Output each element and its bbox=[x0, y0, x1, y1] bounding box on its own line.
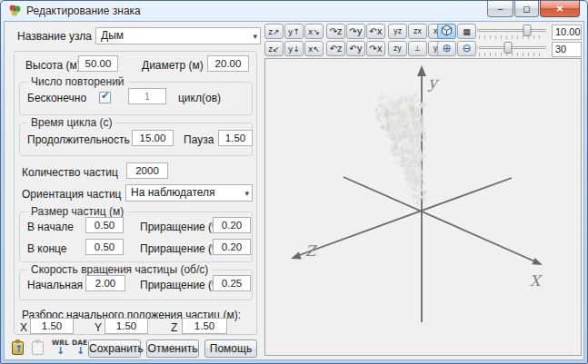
maximize-button[interactable]: ◻ bbox=[514, 1, 539, 17]
spread-y-label: Y bbox=[95, 321, 102, 334]
show-cube-button[interactable] bbox=[437, 24, 456, 39]
slider-ticks bbox=[479, 35, 544, 39]
infinite-label: Бесконечно bbox=[27, 92, 86, 104]
minimize-button[interactable]: – bbox=[487, 1, 513, 17]
size-start-label: В начале bbox=[27, 221, 74, 233]
pause-label: Пауза bbox=[184, 133, 214, 146]
node-name-combobox[interactable]: Дым ▾ bbox=[95, 27, 261, 44]
orientation-label: Ориентация частиц bbox=[22, 188, 121, 201]
translate-y-neg-button[interactable]: y↓ bbox=[284, 41, 304, 56]
rotate-z-ccw-button[interactable]: ↶z bbox=[326, 41, 345, 56]
translate-x-pos-button[interactable]: x↘ bbox=[304, 24, 324, 39]
zoom-out-icon: ⊖ bbox=[462, 42, 471, 54]
cancel-button[interactable]: Отменить bbox=[146, 339, 199, 358]
spread-z-input[interactable] bbox=[182, 318, 227, 334]
dialog-client-area: Название узла Дым ▾ Высота (м) Диаметр (… bbox=[4, 21, 584, 360]
zoom-out-button[interactable]: ⊖ bbox=[457, 41, 476, 56]
translate-z-pos-button[interactable]: z↗ bbox=[264, 24, 284, 39]
node-name-value: Дым bbox=[101, 29, 124, 42]
view-axonometric-button[interactable]: ⊥ bbox=[408, 41, 427, 56]
spread-y-input[interactable] bbox=[105, 318, 148, 334]
cycle-time-group-label: Время цикла (с) bbox=[27, 116, 115, 129]
save-button[interactable]: Сохранить bbox=[88, 339, 141, 358]
slider-value-field[interactable]: 10.00 bbox=[552, 25, 582, 40]
diameter-label: Диаметр (м) bbox=[142, 59, 204, 72]
view-zy-button[interactable]: zy bbox=[388, 41, 407, 56]
rotation-initial-label: Начальная bbox=[27, 279, 83, 291]
translate-y-pos-button[interactable]: y↑ bbox=[284, 24, 304, 39]
toolbar-slider[interactable] bbox=[477, 42, 546, 56]
slider-value-field[interactable]: 30 bbox=[552, 42, 582, 57]
size-start-increment-input[interactable] bbox=[213, 217, 251, 233]
display-buttons-group: ▦ ⊕ ⊖ bbox=[437, 24, 477, 58]
spread-z-label: Z bbox=[171, 321, 177, 334]
size-end-input[interactable] bbox=[85, 239, 124, 255]
view-zx-button[interactable]: zx bbox=[408, 24, 427, 39]
size-end-increment-input[interactable] bbox=[213, 239, 251, 255]
slider-thumb[interactable] bbox=[523, 25, 531, 36]
export-wrl-button[interactable]: WRL ↓ bbox=[52, 339, 70, 359]
infinite-checkbox[interactable]: ✔ bbox=[99, 92, 111, 103]
rotate-x-cw-button[interactable]: ↷x bbox=[366, 41, 385, 56]
particle-size-groupbox: Размер частиц (м) В начале Приращение (%… bbox=[19, 212, 253, 262]
toolbar-slider[interactable] bbox=[477, 25, 546, 39]
cube-icon bbox=[441, 25, 453, 36]
cycle-time-groupbox: Время цикла (с) Продолжительность Пауза bbox=[19, 123, 253, 156]
app-icon bbox=[8, 4, 22, 17]
view-yz-button[interactable]: yz bbox=[388, 24, 407, 39]
chevron-down-icon: ▾ bbox=[253, 29, 257, 44]
rotation-initial-input[interactable] bbox=[85, 275, 125, 291]
slider-thumb[interactable] bbox=[504, 42, 513, 54]
arrow-up-icon: ↑ bbox=[15, 343, 23, 355]
pause-input[interactable] bbox=[218, 130, 253, 146]
rotate-y-cw-button[interactable]: ↷y bbox=[346, 24, 365, 39]
edit-sign-dialog: Редактирование знака – ◻ ✕ Название узла… bbox=[0, 0, 588, 364]
zoom-in-icon: ⊕ bbox=[442, 42, 451, 54]
check-icon: ✔ bbox=[101, 90, 109, 102]
rotation-speed-group-label: Скорость вращения частицы (об/с) bbox=[27, 263, 212, 276]
close-button[interactable]: ✕ bbox=[540, 1, 580, 17]
parameters-panel: Высота (м) Диаметр (м) Число повторений … bbox=[14, 51, 257, 335]
diameter-input[interactable] bbox=[207, 55, 249, 72]
duration-input[interactable] bbox=[132, 130, 174, 146]
rotate-y-ccw-button[interactable]: ↶y bbox=[346, 41, 365, 56]
translate-buttons-group: z↗ y↑ x↘ z↙ y↓ x↖ bbox=[264, 24, 324, 58]
paste-from-clipboard-button[interactable] bbox=[32, 341, 44, 355]
arrow-down-icon: ↓ bbox=[76, 345, 85, 357]
viewport-canvas bbox=[265, 59, 581, 355]
node-name-label: Название узла bbox=[17, 30, 92, 43]
height-input[interactable] bbox=[78, 55, 118, 72]
arrow-down-icon: ↓ bbox=[56, 345, 65, 357]
zoom-in-button[interactable]: ⊕ bbox=[437, 41, 456, 56]
rotation-increment-input[interactable] bbox=[213, 275, 251, 291]
cycles-suffix-label: цикл(ов) bbox=[178, 92, 221, 104]
chevron-down-icon: ▾ bbox=[244, 186, 249, 202]
grid-icon: ▦ bbox=[463, 27, 471, 36]
spread-x-label: X bbox=[20, 321, 27, 334]
cycles-input[interactable] bbox=[128, 88, 166, 104]
repeat-group-label: Число повторений bbox=[27, 75, 128, 88]
copy-to-clipboard-button[interactable]: ↑ bbox=[12, 341, 24, 355]
size-end-label: В конце bbox=[27, 242, 66, 255]
rotate-x-ccw-button[interactable]: ↶x bbox=[366, 24, 385, 39]
window-title: Редактирование знака bbox=[26, 5, 141, 17]
translate-x-neg-button[interactable]: x↖ bbox=[304, 41, 324, 56]
export-dae-button[interactable]: DAE ↓ bbox=[72, 339, 90, 359]
viewport-3d[interactable]: y X Z bbox=[264, 58, 582, 356]
rotate-z-cw-button[interactable]: ↷z bbox=[326, 24, 345, 39]
show-grid-button[interactable]: ▦ bbox=[457, 24, 476, 39]
spread-x-input[interactable] bbox=[30, 318, 74, 334]
rotate-buttons-group: ↷z ↷y ↶x ↶z ↶y ↷x bbox=[326, 24, 386, 58]
height-label: Высота (м) bbox=[25, 59, 81, 72]
duration-label: Продолжительность bbox=[27, 133, 130, 146]
particle-size-group-label: Размер частиц (м) bbox=[27, 205, 127, 218]
slider-track bbox=[477, 29, 546, 32]
help-button[interactable]: Помощь bbox=[204, 339, 257, 358]
titlebar[interactable]: Редактирование знака – ◻ ✕ bbox=[1, 1, 587, 21]
size-start-input[interactable] bbox=[85, 217, 124, 233]
particle-count-input[interactable] bbox=[126, 162, 168, 179]
translate-z-neg-button[interactable]: z↙ bbox=[264, 41, 284, 56]
orientation-value: На наблюдателя bbox=[131, 186, 215, 199]
orientation-combobox[interactable]: На наблюдателя ▾ bbox=[125, 184, 253, 202]
repeat-groupbox: Число повторений Бесконечно ✔ цикл(ов) bbox=[19, 82, 253, 115]
